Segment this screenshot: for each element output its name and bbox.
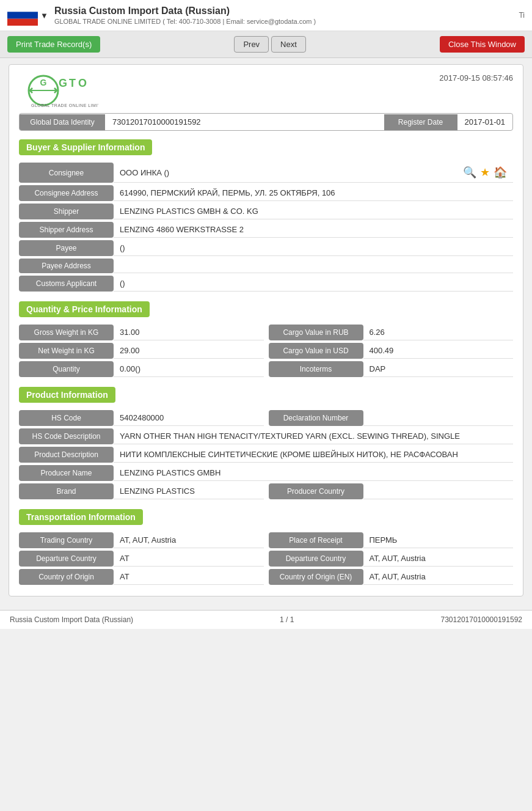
- declaration-number-label: Declaration Number: [269, 410, 363, 426]
- next-button[interactable]: Next: [271, 36, 306, 53]
- incoterms-value: DAP: [363, 361, 514, 377]
- cargo-rub-field: Cargo Value in RUB 6.26: [269, 325, 514, 340]
- global-data-identity-value: 73012017010000191592: [105, 114, 384, 130]
- star-icon[interactable]: ★: [480, 166, 490, 179]
- header: ▼ Russia Custom Import Data (Russian) GL…: [0, 0, 532, 31]
- departure-country-value: AT: [114, 551, 264, 567]
- incoterms-label: Incoterms: [269, 361, 363, 377]
- producer-name-row: Producer Name LENZING PLASTICS GMBH: [19, 465, 513, 481]
- consignee-address-label: Consignee Address: [19, 185, 114, 201]
- search-icon[interactable]: 🔍: [463, 166, 476, 179]
- producer-name-value: LENZING PLASTICS GMBH: [114, 465, 513, 481]
- consignee-address-value: 614990, ПЕРМСКИЙ КРАЙ, ПЕРМЬ, УЛ. 25 ОКТ…: [114, 185, 513, 201]
- country-of-origin-en-value: AT, AUT, Austria: [363, 569, 514, 585]
- svg-rect-0: [7, 5, 38, 12]
- buyer-supplier-title: Buyer & Supplier Information: [19, 139, 152, 155]
- departure-country2-value: AT, AUT, Austria: [363, 551, 514, 567]
- trading-country-label: Trading Country: [19, 532, 114, 548]
- header-dropdown-icon[interactable]: ▼: [40, 11, 48, 20]
- header-right-text: Ti: [519, 11, 525, 20]
- customs-applicant-label: Customs Applicant: [19, 276, 114, 292]
- buyer-supplier-section: Buyer & Supplier Information Consignee О…: [19, 139, 513, 292]
- cargo-rub-label: Cargo Value in RUB: [269, 325, 363, 340]
- net-weight-value: 29.00: [114, 343, 264, 359]
- producer-country-field: Producer Country: [269, 483, 514, 499]
- incoterms-field: Incoterms DAP: [269, 361, 514, 377]
- brand-field: Brand LENZING PLASTICS: [19, 483, 264, 499]
- logo-area: G G T O GLOBAL TRADE ONLINE LIMITED: [19, 73, 98, 107]
- prev-button[interactable]: Prev: [234, 36, 269, 53]
- country-of-origin-label: Country of Origin: [19, 569, 114, 585]
- departure-country2-field: Departure Country AT, AUT, Austria: [269, 551, 514, 567]
- trading-country-field: Trading Country AT, AUT, Austria: [19, 532, 264, 548]
- card-header: G G T O GLOBAL TRADE ONLINE LIMITED 2017…: [19, 73, 513, 107]
- svg-text:T: T: [69, 77, 76, 89]
- country-of-origin-en-label: Country of Origin (EN): [269, 569, 363, 585]
- record-timestamp: 2017-09-15 08:57:46: [439, 73, 513, 83]
- product-description-row: Product Description НИТИ КОМПЛЕКСНЫЕ СИН…: [19, 447, 513, 463]
- company-info: GLOBAL TRADE ONLINE LIMITED ( Tel: 400-7…: [54, 18, 316, 25]
- transportation-title: Transportation Information: [19, 509, 143, 525]
- identity-row: Global Data Identity 7301201701000019159…: [19, 113, 513, 131]
- gross-weight-value: 31.00: [114, 325, 264, 340]
- brand-producer-row: Brand LENZING PLASTICS Producer Country: [19, 483, 513, 499]
- net-weight-field: Net Weight in KG 29.00: [19, 343, 264, 359]
- payee-address-row: Payee Address: [19, 259, 513, 273]
- product-description-value: НИТИ КОМПЛЕКСНЫЕ СИНТЕТИЧЕСКИЕ (КРОМЕ ШВ…: [114, 447, 513, 463]
- qty-incoterms-row: Quantity 0.00() Incoterms DAP: [19, 361, 513, 377]
- cargo-usd-label: Cargo Value in USD: [269, 343, 363, 359]
- payee-address-value: [114, 259, 513, 273]
- hs-decl-row: HS Code 5402480000 Declaration Number: [19, 410, 513, 426]
- cargo-usd-value: 400.49: [363, 343, 514, 359]
- main-content: G G T O GLOBAL TRADE ONLINE LIMITED 2017…: [0, 58, 532, 610]
- register-date-value: 2017-01-01: [457, 114, 513, 130]
- consignee-address-row: Consignee Address 614990, ПЕРМСКИЙ КРАЙ,…: [19, 185, 513, 201]
- consignee-label: Consignee: [19, 163, 114, 183]
- net-weight-label: Net Weight in KG: [19, 343, 114, 359]
- svg-rect-1: [7, 12, 38, 18]
- cargo-usd-field: Cargo Value in USD 400.49: [269, 343, 514, 359]
- shipper-address-value: LENZING 4860 WERKSTRASSE 2: [114, 222, 513, 238]
- customs-applicant-value: (): [114, 276, 513, 292]
- quantity-label: Quantity: [19, 361, 114, 377]
- consignee-value: ООО ИНКА () 🔍 ★ 🏠: [114, 163, 513, 183]
- shipper-value: LENZING PLASTICS GMBH & CO. KG: [114, 204, 513, 219]
- svg-text:GLOBAL TRADE ONLINE LIMITED: GLOBAL TRADE ONLINE LIMITED: [31, 103, 98, 107]
- declaration-number-field: Declaration Number: [269, 410, 514, 426]
- producer-name-label: Producer Name: [19, 465, 114, 481]
- footer-right: 73012017010000191592: [441, 615, 522, 624]
- place-of-receipt-field: Place of Receipt ПЕРМЬ: [269, 532, 514, 548]
- footer-center: 1 / 1: [280, 615, 294, 624]
- app-title: Russia Custom Import Data (Russian): [54, 6, 316, 17]
- gross-weight-label: Gross Weight in KG: [19, 325, 114, 340]
- hs-description-label: HS Code Description: [19, 428, 114, 444]
- brand-label: Brand: [19, 483, 114, 499]
- customs-applicant-row: Customs Applicant (): [19, 276, 513, 292]
- global-data-identity-label: Global Data Identity: [20, 114, 105, 130]
- home-icon[interactable]: 🏠: [494, 166, 507, 179]
- quantity-price-title: Quantity & Price Information: [19, 301, 150, 317]
- producer-country-value: [363, 483, 514, 499]
- consignee-icons: 🔍 ★ 🏠: [463, 166, 507, 179]
- footer-left: Russia Custom Import Data (Russian): [10, 615, 133, 624]
- svg-text:O: O: [78, 77, 87, 89]
- gross-weight-field: Gross Weight in KG 31.00: [19, 325, 264, 340]
- consignee-row: Consignee ООО ИНКА () 🔍 ★ 🏠: [19, 163, 513, 183]
- product-info-title: Product Information: [19, 387, 115, 403]
- main-card: G G T O GLOBAL TRADE ONLINE LIMITED 2017…: [9, 64, 523, 596]
- hs-code-field: HS Code 5402480000: [19, 410, 264, 426]
- toolbar: Print Trade Record(s) Prev Next Close Th…: [0, 31, 532, 58]
- departure-row: Departure Country AT Departure Country A…: [19, 551, 513, 567]
- shipper-address-label: Shipper Address: [19, 222, 114, 238]
- product-info-section: Product Information HS Code 5402480000 D…: [19, 387, 513, 499]
- quantity-price-section: Quantity & Price Information Gross Weigh…: [19, 301, 513, 377]
- print-button[interactable]: Print Trade Record(s): [7, 36, 100, 53]
- close-button[interactable]: Close This Window: [440, 36, 525, 53]
- svg-rect-2: [7, 19, 38, 26]
- payee-row: Payee (): [19, 240, 513, 256]
- departure-country2-label: Departure Country: [269, 551, 363, 567]
- place-of-receipt-label: Place of Receipt: [269, 532, 363, 548]
- product-description-label: Product Description: [19, 447, 114, 463]
- hs-code-label: HS Code: [19, 410, 114, 426]
- nav-group: Prev Next: [234, 36, 305, 53]
